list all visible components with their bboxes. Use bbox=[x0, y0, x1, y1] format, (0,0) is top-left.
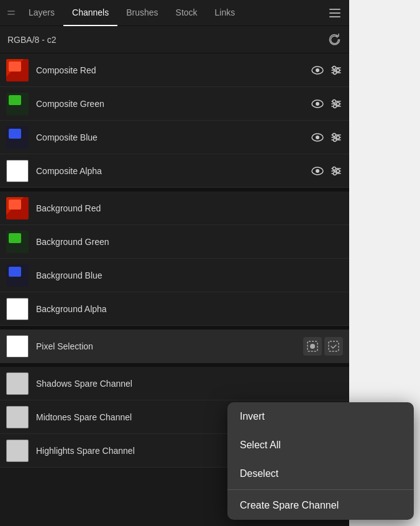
visibility-toggle-composite-green[interactable] bbox=[311, 97, 324, 111]
channel-thumb-background-red bbox=[6, 197, 29, 219]
tab-stock[interactable]: Stock bbox=[167, 0, 206, 26]
channel-thumb-composite-blue bbox=[6, 126, 29, 149]
tab-layers[interactable]: Layers bbox=[20, 0, 63, 26]
svg-point-15 bbox=[334, 104, 337, 108]
adjust-icon-composite-alpha[interactable] bbox=[329, 164, 343, 178]
tab-brushes[interactable]: Brushes bbox=[117, 0, 167, 26]
channel-actions-composite-blue bbox=[311, 131, 343, 144]
refresh-button[interactable] bbox=[328, 33, 342, 47]
channel-thumb-composite-green bbox=[6, 93, 29, 115]
visibility-toggle-composite-alpha[interactable] bbox=[311, 164, 324, 178]
visibility-toggle-composite-blue[interactable] bbox=[311, 131, 324, 144]
channel-item-pixel-selection[interactable]: Pixel Selection bbox=[0, 330, 349, 363]
svg-point-23 bbox=[334, 138, 337, 141]
channel-thumb-background-green bbox=[6, 231, 29, 253]
channel-name-composite-green: Composite Green bbox=[36, 99, 311, 109]
channel-name-shadows-spare: Shadows Spare Channel bbox=[36, 379, 343, 389]
channel-name-background-red: Background Red bbox=[36, 203, 343, 213]
selection-action-icons bbox=[303, 337, 343, 356]
channel-name-pixel-selection: Pixel Selection bbox=[36, 341, 303, 351]
channel-name-background-green: Background Green bbox=[36, 237, 343, 247]
svg-point-6 bbox=[337, 68, 340, 72]
channel-item-background-green[interactable]: Background Green bbox=[0, 225, 349, 259]
channel-actions-composite-red bbox=[311, 63, 343, 77]
channel-item-shadows-spare[interactable]: Shadows Spare Channel bbox=[0, 367, 349, 400]
channel-actions-composite-green bbox=[311, 97, 343, 111]
channel-thumb-background-blue bbox=[6, 264, 29, 287]
channel-item-background-alpha[interactable]: Background Alpha bbox=[0, 292, 349, 326]
tab-bar: Layers Channels Brushes Stock Links bbox=[0, 0, 349, 26]
svg-point-17 bbox=[316, 136, 319, 139]
channel-item-composite-blue[interactable]: Composite Blue bbox=[0, 121, 349, 154]
adjust-icon-composite-green[interactable] bbox=[329, 97, 343, 111]
svg-point-21 bbox=[333, 133, 336, 136]
channel-name-composite-blue: Composite Blue bbox=[36, 132, 311, 142]
context-menu-item-select-all[interactable]: Select All bbox=[227, 431, 414, 459]
svg-point-1 bbox=[316, 68, 319, 72]
channel-thumb-midtones-spare bbox=[6, 406, 29, 428]
tab-menu-button[interactable] bbox=[323, 0, 347, 26]
channel-thumb-composite-red bbox=[6, 59, 29, 81]
channel-item-background-blue[interactable]: Background Blue bbox=[0, 259, 349, 292]
info-bar: RGBA/8 - c2 bbox=[0, 26, 349, 53]
context-menu-divider bbox=[227, 489, 414, 490]
channel-item-composite-green[interactable]: Composite Green bbox=[0, 87, 349, 121]
context-menu-item-create-spare[interactable]: Create Spare Channel bbox=[227, 491, 414, 520]
svg-point-13 bbox=[333, 99, 336, 103]
channel-name-background-alpha: Background Alpha bbox=[36, 304, 343, 314]
svg-point-5 bbox=[333, 66, 336, 69]
channel-thumb-background-alpha bbox=[6, 298, 29, 320]
channel-thumb-composite-alpha bbox=[6, 160, 29, 182]
document-info-label: RGBA/8 - c2 bbox=[7, 35, 57, 45]
channel-item-background-red[interactable]: Background Red bbox=[0, 191, 349, 225]
channel-item-composite-red[interactable]: Composite Red bbox=[0, 53, 349, 87]
tab-links[interactable]: Links bbox=[206, 0, 244, 26]
svg-point-30 bbox=[337, 169, 340, 172]
selection-icon-1[interactable] bbox=[303, 337, 322, 356]
channel-thumb-highlights-spare bbox=[6, 440, 29, 462]
channel-actions-composite-alpha bbox=[311, 164, 343, 178]
selection-icon-2[interactable] bbox=[324, 337, 343, 356]
context-menu: Invert Select All Deselect Create Spare … bbox=[227, 402, 414, 520]
tab-channels[interactable]: Channels bbox=[63, 0, 117, 26]
svg-point-29 bbox=[333, 167, 336, 170]
channel-thumb-pixel-selection bbox=[6, 335, 29, 358]
svg-rect-34 bbox=[329, 341, 339, 351]
adjust-icon-composite-red[interactable] bbox=[329, 63, 343, 77]
svg-point-14 bbox=[337, 102, 340, 105]
svg-point-9 bbox=[316, 102, 319, 106]
channel-thumb-shadows-spare bbox=[6, 372, 29, 395]
visibility-toggle-composite-red[interactable] bbox=[311, 63, 324, 77]
channel-name-background-blue: Background Blue bbox=[36, 270, 343, 280]
svg-point-7 bbox=[334, 71, 337, 74]
channel-name-composite-red: Composite Red bbox=[36, 65, 311, 75]
svg-point-31 bbox=[334, 172, 337, 175]
svg-point-33 bbox=[310, 344, 315, 349]
svg-point-25 bbox=[316, 169, 319, 173]
adjust-icon-composite-blue[interactable] bbox=[329, 131, 343, 144]
svg-point-22 bbox=[337, 136, 340, 139]
context-menu-item-invert[interactable]: Invert bbox=[227, 402, 414, 431]
channel-item-composite-alpha[interactable]: Composite Alpha bbox=[0, 154, 349, 188]
context-menu-item-deselect[interactable]: Deselect bbox=[227, 459, 414, 488]
channel-name-composite-alpha: Composite Alpha bbox=[36, 166, 311, 176]
panel-grip[interactable] bbox=[2, 11, 20, 15]
